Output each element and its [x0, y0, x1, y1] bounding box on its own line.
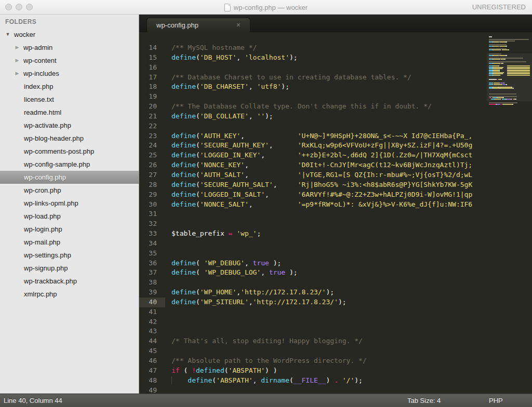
- sidebar-item-wp-links-opml-php[interactable]: wp-links-opml.php: [0, 197, 139, 210]
- code-line[interactable]: 16: [139, 63, 532, 73]
- chevron-down-icon[interactable]: ▼: [5, 28, 11, 41]
- code-line[interactable]: 37define( 'WP_DEBUG_LOG', true );: [139, 268, 532, 278]
- item-label: wp-load.php: [24, 210, 61, 223]
- code-line[interactable]: 24define('SECURE_AUTH_KEY', 'RxKLq;w9p6<…: [139, 141, 532, 151]
- sidebar-item-wp-config-sample-php[interactable]: wp-config-sample.php: [0, 158, 139, 171]
- code-line[interactable]: 36define( 'WP_DEBUG', true );: [139, 259, 532, 268]
- sidebar-item-wp-activate-php[interactable]: wp-activate.php: [0, 119, 139, 132]
- sidebar-item-wp-admin[interactable]: ▶wp-admin: [0, 41, 139, 54]
- tab-size-indicator[interactable]: Tab Size: 4: [407, 397, 441, 404]
- sidebar-item-license-txt[interactable]: license.txt: [0, 93, 139, 106]
- sidebar-item-wp-content[interactable]: ▶wp-content: [0, 54, 139, 67]
- code-line[interactable]: 23define('AUTH_KEY', 'U+N@~]*9HSpH}+28ON…: [139, 131, 532, 141]
- titlebar: wp-config.php — wocker UNREGISTERED: [0, 0, 532, 15]
- code-line[interactable]: 38: [139, 278, 532, 288]
- code-text: define('AUTH_SALT', '|vTGE,RG1=[S QZ{Ih:…: [171, 170, 472, 180]
- code-line[interactable]: 28define('SECURE_AUTH_SALT', 'Rj|BhoG5% …: [139, 180, 532, 190]
- line-number: 16: [139, 63, 165, 73]
- code-line[interactable]: 31: [139, 209, 532, 219]
- code-line[interactable]: 49: [139, 386, 532, 394]
- code-line[interactable]: 32: [139, 219, 532, 229]
- code-text: define( 'WP_DEBUG_LOG', true );: [171, 268, 298, 278]
- line-number: 47: [139, 366, 165, 376]
- sidebar-item-wp-cron-php[interactable]: wp-cron.php: [0, 184, 139, 197]
- line-number: 39: [139, 288, 165, 297]
- code-line[interactable]: 43: [139, 327, 532, 336]
- item-label: wp-config-sample.php: [24, 158, 90, 171]
- code-text: define('NONCE_SALT', '=p9*fRW*oL)*: &xVj…: [171, 200, 472, 210]
- sidebar-item-wp-trackback-php[interactable]: wp-trackback.php: [0, 275, 139, 288]
- syntax-indicator[interactable]: PHP: [489, 397, 503, 404]
- sidebar-item-xmlrpc-php[interactable]: xmlrpc.php: [0, 288, 139, 301]
- sidebar-item-wp-login-php[interactable]: wp-login.php: [0, 223, 139, 236]
- minimize-button[interactable]: [16, 4, 22, 10]
- sidebar-item-wp-load-php[interactable]: wp-load.php: [0, 210, 139, 223]
- minimap[interactable]: [487, 32, 532, 394]
- line-number: 31: [139, 209, 165, 219]
- line-number: 18: [139, 82, 165, 92]
- code-line[interactable]: 35: [139, 249, 532, 259]
- code-line[interactable]: 45: [139, 346, 532, 356]
- sidebar-item-wp-signup-php[interactable]: wp-signup.php: [0, 262, 139, 275]
- code-line[interactable]: 26define('NONCE_KEY', 'D0It+!-CnJY[Mr<ag…: [139, 160, 532, 170]
- sidebar-item-wp-blog-header-php[interactable]: wp-blog-header.php: [0, 132, 139, 145]
- code-line[interactable]: 29define('LOGGED_IN_SALT', '6ARVYf!#%#~@…: [139, 190, 532, 200]
- line-number: 42: [139, 317, 165, 327]
- code-line[interactable]: 42: [139, 317, 532, 327]
- sidebar-item-index-php[interactable]: index.php: [0, 80, 139, 93]
- code-line[interactable]: 18define('DB_CHARSET', 'utf8');: [139, 82, 532, 92]
- sidebar-item-wocker[interactable]: ▼wocker: [0, 28, 139, 41]
- code-line[interactable]: 19: [139, 92, 532, 102]
- line-number: 41: [139, 307, 165, 317]
- sidebar-item-wp-mail-php[interactable]: wp-mail.php: [0, 236, 139, 249]
- zoom-button[interactable]: [26, 4, 33, 10]
- cursor-position[interactable]: Line 40, Column 44: [4, 397, 62, 404]
- code-line[interactable]: 20/** The Database Collate type. Don't c…: [139, 102, 532, 112]
- code-line[interactable]: 17/** Database Charset to use in creatin…: [139, 73, 532, 83]
- tab-wp-config[interactable]: wp-config.php ×: [147, 18, 250, 32]
- code-line[interactable]: 48 define('ABSPATH', dirname(__FILE__) .…: [139, 376, 532, 386]
- code-line[interactable]: 47if ( !defined('ABSPATH') ): [139, 366, 532, 376]
- code-line[interactable]: 15define('DB_HOST', 'localhost');: [139, 53, 532, 63]
- chevron-right-icon[interactable]: ▶: [14, 67, 20, 80]
- code-line[interactable]: 21define('DB_COLLATE', '');: [139, 112, 532, 121]
- tab-close-icon[interactable]: ×: [236, 21, 241, 29]
- line-number: 19: [139, 92, 165, 102]
- item-label: wp-links-opml.php: [24, 197, 78, 210]
- item-label: wp-includes: [23, 67, 59, 80]
- code-line[interactable]: 30define('NONCE_SALT', '=p9*fRW*oL)*: &x…: [139, 200, 532, 210]
- code-line[interactable]: 44/* That's all, stop editing! Happy blo…: [139, 336, 532, 346]
- code-line[interactable]: 46/** Absolute path to the WordPress dir…: [139, 356, 532, 366]
- code-line[interactable]: 34: [139, 239, 532, 249]
- sidebar-item-wp-includes[interactable]: ▶wp-includes: [0, 67, 139, 80]
- line-number: 23: [139, 131, 165, 141]
- sidebar-item-readme-html[interactable]: readme.html: [0, 106, 139, 119]
- code-line[interactable]: 40define('WP_SITEURL','http://172.17.8.2…: [139, 297, 532, 307]
- chevron-right-icon[interactable]: ▶: [14, 54, 20, 67]
- code-line[interactable]: 39define('WP_HOME','http://172.17.8.23/'…: [139, 288, 532, 297]
- code-line[interactable]: 33$table_prefix = 'wp_';: [139, 229, 532, 239]
- code-line[interactable]: 25define('LOGGED_IN_KEY', '++zb}E+2bl~,d…: [139, 151, 532, 160]
- code-text: define('WP_SITEURL','http://172.17.8.23/…: [171, 297, 347, 307]
- code-line[interactable]: 27define('AUTH_SALT', '|vTGE,RG1=[S QZ{I…: [139, 170, 532, 180]
- line-number: 37: [139, 268, 165, 278]
- sidebar-item-wp-comments-post-php[interactable]: wp-comments-post.php: [0, 145, 139, 158]
- item-label: wp-settings.php: [24, 249, 71, 262]
- chevron-right-icon[interactable]: ▶: [14, 41, 20, 54]
- line-number: 24: [139, 141, 165, 151]
- line-number: 27: [139, 170, 165, 180]
- code-line[interactable]: 41: [139, 307, 532, 317]
- sidebar-item-wp-settings-php[interactable]: wp-settings.php: [0, 249, 139, 262]
- tab-bar: wp-config.php ×: [139, 15, 532, 32]
- sidebar-item-wp-config-php[interactable]: wp-config.php: [0, 171, 139, 184]
- item-label: wp-cron.php: [24, 184, 61, 197]
- code-line[interactable]: 14/** MySQL hostname */: [139, 43, 532, 53]
- code-line[interactable]: 22: [139, 121, 532, 131]
- item-label: wp-blog-header.php: [24, 132, 84, 145]
- item-label: license.txt: [24, 93, 54, 106]
- code-area[interactable]: 14/** MySQL hostname */15define('DB_HOST…: [139, 32, 532, 394]
- code-text: define('SECURE_AUTH_KEY', 'RxKLq;w9p6<VF…: [171, 141, 472, 151]
- minimap-row: [489, 75, 530, 76]
- item-label: wp-comments-post.php: [24, 145, 94, 158]
- close-button[interactable]: [5, 4, 12, 10]
